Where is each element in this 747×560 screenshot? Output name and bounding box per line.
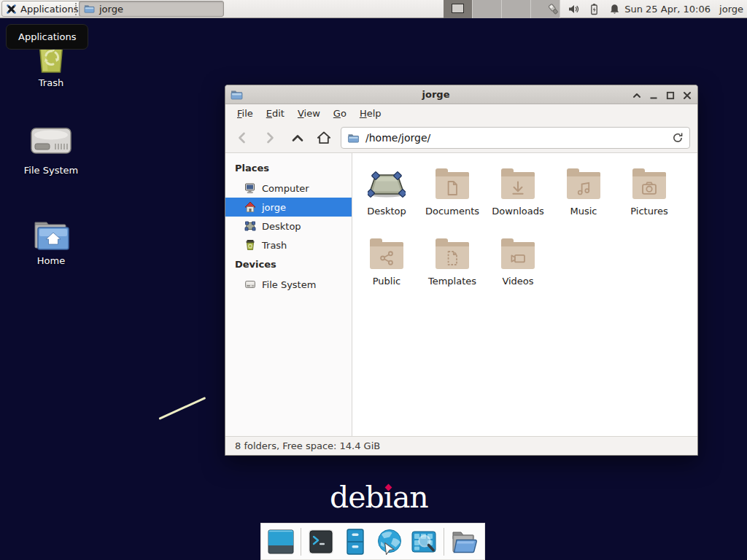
dock-app-finder-icon[interactable] [409, 527, 438, 556]
up-button[interactable] [287, 128, 309, 148]
dock-file-manager-icon[interactable] [449, 527, 479, 556]
dock-separator [301, 528, 301, 556]
home-icon [317, 131, 331, 145]
notifications-bell-icon[interactable] [608, 3, 621, 15]
window-titlebar[interactable]: jorge [225, 85, 697, 104]
back-icon [235, 131, 249, 145]
sidebar-item-computer[interactable]: Computer [225, 179, 352, 198]
taskbar-window-button[interactable]: jorge [79, 1, 224, 17]
menu-help[interactable]: Help [353, 104, 388, 123]
path-folder-icon [347, 133, 360, 144]
taskbar-window-label: jorge [99, 4, 123, 15]
applications-button-label: Applications [20, 4, 78, 15]
dock-show-desktop-icon[interactable] [266, 527, 295, 556]
workspace-1[interactable] [444, 0, 473, 18]
shade-button[interactable] [632, 90, 642, 100]
applications-button[interactable]: Applications [1, 1, 85, 17]
user-desktop-icon [244, 220, 256, 232]
sidebar-item-label: File System [262, 279, 316, 290]
folder-publicshare-icon [354, 233, 419, 270]
file-label: Public [354, 276, 419, 287]
file-desktop[interactable]: Desktop [354, 163, 419, 233]
hard-disk-icon [30, 124, 72, 158]
minimize-button[interactable] [649, 90, 659, 100]
sidebar: PlacesComputerjorgeDesktopTrashDevicesFi… [225, 153, 352, 436]
desktop-icon-label: Trash [16, 77, 86, 88]
file-manager-window: jorge FileEditViewGoHelp /home/jorge/ Pl… [225, 85, 698, 456]
sidebar-item-jorge[interactable]: jorge [225, 198, 352, 217]
desktop-folder-icon [354, 163, 419, 200]
menu-edit[interactable]: Edit [260, 104, 291, 123]
file-label: Videos [485, 276, 551, 287]
panel-handle[interactable] [75, 3, 77, 15]
sidebar-item-label: Computer [262, 183, 309, 194]
forward-button[interactable] [259, 128, 281, 148]
folder-download-icon [485, 163, 551, 200]
debian-logo: debıan [330, 480, 428, 515]
system-tray [547, 0, 621, 18]
trash-mini-icon [244, 239, 256, 251]
file-label: Pictures [616, 206, 682, 217]
file-pictures[interactable]: Pictures [616, 163, 682, 233]
menu-file[interactable]: File [231, 104, 260, 123]
workspace-switcher[interactable] [444, 0, 560, 18]
workspace-window-preview [452, 4, 464, 13]
folder-icon [84, 4, 95, 14]
folder-documents-icon [419, 163, 485, 200]
volume-icon[interactable] [568, 3, 580, 15]
panel-username[interactable]: jorge [719, 0, 743, 18]
close-button[interactable] [682, 90, 692, 100]
folder-templates-icon [419, 233, 485, 270]
panel-clock[interactable]: Sun 25 Apr, 10:06 [624, 0, 711, 18]
file-videos[interactable]: Videos [485, 233, 551, 303]
desktop-icon-file-system[interactable]: File System [10, 124, 92, 176]
sidebar-header-devices: Devices [225, 254, 352, 275]
file-documents[interactable]: Documents [419, 163, 485, 233]
toolbar: /home/jorge/ [225, 123, 697, 153]
path-value: /home/jorge/ [365, 132, 430, 144]
sidebar-item-label: Trash [262, 240, 287, 251]
folder-videos-icon [485, 233, 551, 270]
wallpaper-scratch-line [158, 397, 206, 420]
desktop-icon-label: File System [10, 165, 92, 176]
dock-file-cabinet-icon[interactable] [341, 527, 370, 556]
file-music[interactable]: Music [551, 163, 616, 233]
menu-go[interactable]: Go [327, 104, 353, 123]
desktop-icon-home[interactable]: Home [16, 219, 86, 266]
file-downloads[interactable]: Downloads [485, 163, 551, 233]
applications-menu-icon [6, 4, 17, 15]
workspace-2[interactable] [473, 0, 502, 18]
dock-web-browser-icon[interactable] [375, 527, 404, 556]
battery-charging-icon[interactable] [588, 3, 600, 15]
applications-tooltip: Applications [6, 24, 88, 50]
sidebar-item-trash[interactable]: Trash [225, 236, 352, 254]
logo-text: an [392, 480, 428, 515]
drive-mini-icon [244, 279, 256, 290]
file-grid: DesktopDocumentsDownloadsMusicPicturesPu… [352, 153, 697, 436]
file-public[interactable]: Public [354, 233, 419, 303]
dock-terminal-icon[interactable] [306, 527, 336, 556]
maximize-button[interactable] [665, 90, 676, 100]
sidebar-header-places: Places [225, 158, 352, 179]
computer-icon [244, 182, 256, 194]
window-folder-icon [231, 89, 243, 101]
file-templates[interactable]: Templates [419, 233, 485, 303]
window-title: jorge [255, 85, 617, 104]
user-home-icon [244, 201, 256, 213]
file-label: Music [551, 206, 616, 217]
sidebar-item-desktop[interactable]: Desktop [225, 217, 352, 236]
home-button[interactable] [313, 128, 335, 148]
path-input[interactable]: /home/jorge/ [341, 127, 690, 149]
sidebar-item-label: jorge [262, 202, 286, 213]
up-icon [290, 131, 305, 145]
workspace-3[interactable] [502, 0, 531, 18]
sidebar-item-file-system[interactable]: File System [225, 275, 352, 294]
folder-music-icon [551, 163, 616, 200]
removable-device-icon[interactable] [547, 3, 560, 15]
forward-icon [263, 131, 277, 145]
back-button[interactable] [231, 128, 253, 148]
menu-view[interactable]: View [291, 104, 327, 123]
logo-text: deb [330, 480, 384, 515]
reload-icon[interactable] [672, 132, 684, 144]
top-panel: Applications jorge Sun 25 Apr, 10:06 jor… [0, 0, 747, 18]
